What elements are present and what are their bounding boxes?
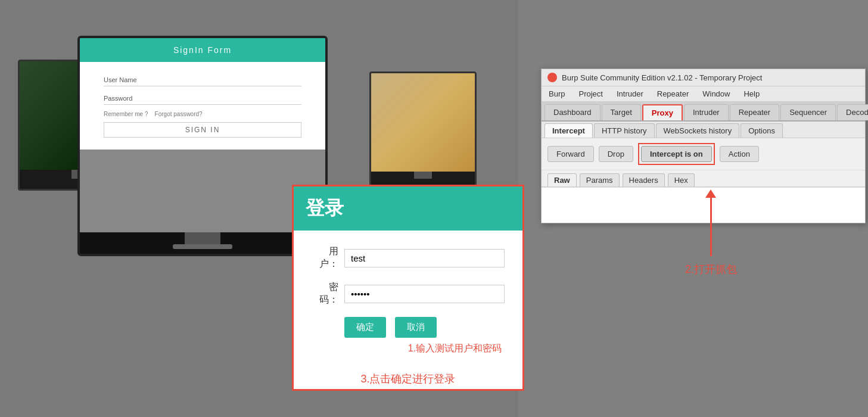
menu-burp[interactable]: Burp (546, 88, 567, 99)
monitor-main: SignIn Form User Name Password Remember … (77, 36, 328, 256)
monitor-main-stand (185, 232, 220, 244)
login-title: 登录 (294, 186, 522, 231)
tab-proxy[interactable]: Proxy (642, 104, 683, 120)
menu-window[interactable]: Window (700, 88, 732, 99)
burp-title: Burp Suite Community Edition v2.1.02 - T… (562, 73, 762, 82)
monitor-main-base (173, 244, 232, 249)
password-input[interactable] (344, 285, 505, 303)
monitor-right-screen (371, 73, 475, 172)
burp-menubar[interactable]: Burp Project Intruder Repeater Window He… (542, 86, 865, 102)
burp-raw-tabs: Raw Params Headers Hex (542, 170, 865, 187)
tab-decoder[interactable]: Decoder (837, 104, 868, 120)
password-row: 密码： (312, 281, 505, 306)
username-label: 用户： (312, 245, 338, 270)
monitor-signin-btn: SIGN IN (104, 122, 301, 138)
tab-target[interactable]: Target (602, 104, 641, 120)
headers-tab[interactable]: Headers (623, 173, 665, 186)
tab-websockets-history[interactable]: WebSockets history (656, 123, 740, 138)
hex-tab[interactable]: Hex (668, 173, 695, 186)
tab-intruder[interactable]: Intruder (684, 104, 729, 120)
tab-http-history[interactable]: HTTP history (594, 123, 655, 138)
monitor-main-screen: SignIn Form User Name Password Remember … (80, 38, 325, 232)
tab-dashboard[interactable]: Dashboard (545, 104, 601, 120)
annotation-1: 1.输入测试用户和密码 (312, 343, 505, 355)
annotation-2-area: 2.打开抓包 (685, 197, 737, 276)
menu-repeater[interactable]: Repeater (655, 88, 691, 99)
tab-options[interactable]: Options (741, 123, 783, 138)
intercept-button[interactable]: Intercept is on (641, 146, 712, 162)
username-input[interactable] (344, 249, 505, 267)
monitor-signin-header: SignIn Form (80, 38, 325, 62)
monitor-password-field: Password (104, 92, 301, 105)
monitor-remember: Remember me ? Forgot password? (104, 111, 301, 117)
username-row: 用户： (312, 245, 505, 270)
drop-button[interactable]: Drop (599, 146, 633, 162)
burp-tabs-top: Dashboard Target Proxy Intruder Repeater… (542, 102, 865, 122)
monitor-username-field: User Name (104, 74, 301, 86)
tab-intercept[interactable]: Intercept (545, 123, 593, 138)
annotation-2-text: 2.打开抓包 (685, 262, 737, 276)
confirm-button[interactable]: 确定 (344, 317, 386, 338)
monitor-right-stand (414, 172, 432, 179)
burp-intercept-bar: Forward Drop Intercept is on Action (542, 138, 865, 170)
login-dialog: 登录 用户： 密码： 确定 取消 1.输入测试用户和密码 3.点击确定进行登录 (292, 185, 524, 391)
params-tab[interactable]: Params (580, 173, 620, 186)
raw-tab[interactable]: Raw (547, 173, 577, 186)
monitor-right (369, 71, 477, 191)
burp-titlebar: Burp Suite Community Edition v2.1.02 - T… (542, 69, 865, 86)
forward-button[interactable]: Forward (547, 146, 594, 162)
annotation-3: 3.点击确定进行登录 (294, 367, 522, 389)
login-buttons: 确定 取消 (344, 317, 505, 338)
burp-logo-icon (547, 73, 557, 82)
menu-intruder[interactable]: Intruder (614, 88, 646, 99)
menu-project[interactable]: Project (576, 88, 605, 99)
cancel-button[interactable]: 取消 (395, 317, 437, 338)
action-button[interactable]: Action (720, 146, 759, 162)
login-body: 用户： 密码： 确定 取消 1.输入测试用户和密码 (294, 231, 522, 367)
arrow-up-icon (710, 197, 712, 256)
menu-help[interactable]: Help (741, 88, 762, 99)
monitor-main-body: User Name Password Remember me ? Forgot … (80, 62, 325, 150)
tab-repeater[interactable]: Repeater (730, 104, 779, 120)
tab-sequencer[interactable]: Sequencer (780, 104, 836, 120)
password-label: 密码： (312, 281, 338, 306)
burp-tabs-second: Intercept HTTP history WebSockets histor… (542, 122, 865, 138)
intercept-highlight: Intercept is on (638, 143, 715, 165)
